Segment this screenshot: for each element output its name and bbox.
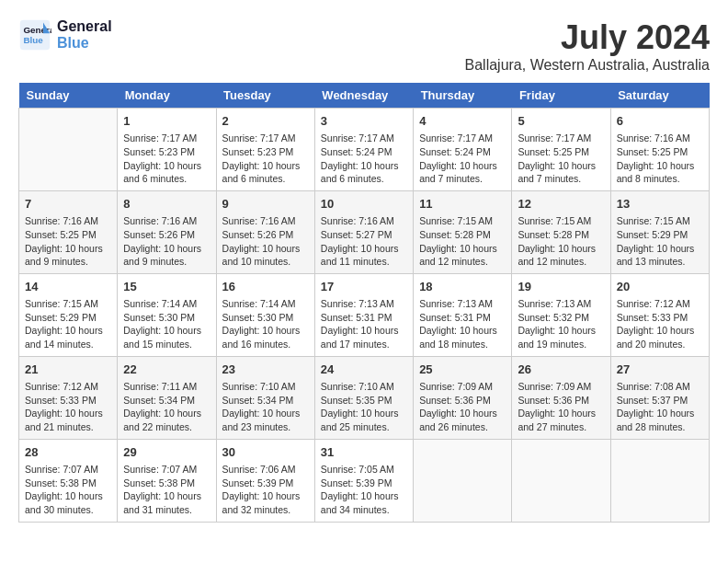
calendar-cell: 16Sunrise: 7:14 AM Sunset: 5:30 PM Dayli… — [216, 273, 314, 356]
day-number: 21 — [25, 362, 111, 378]
day-info: Sunrise: 7:07 AM Sunset: 5:38 PM Dayligh… — [25, 463, 111, 517]
weekday-header: Tuesday — [216, 83, 314, 109]
day-number: 2 — [222, 113, 309, 130]
calendar-cell: 3Sunrise: 7:17 AM Sunset: 5:24 PM Daylig… — [314, 109, 413, 191]
calendar-cell: 20Sunrise: 7:12 AM Sunset: 5:33 PM Dayli… — [610, 273, 709, 356]
calendar-cell: 31Sunrise: 7:05 AM Sunset: 5:39 PM Dayli… — [314, 439, 413, 522]
calendar-cell: 9Sunrise: 7:16 AM Sunset: 5:26 PM Daylig… — [216, 190, 314, 273]
day-number: 12 — [518, 196, 604, 213]
day-number: 29 — [123, 444, 210, 461]
day-number: 22 — [123, 362, 210, 378]
calendar-cell: 23Sunrise: 7:10 AM Sunset: 5:34 PM Dayli… — [216, 356, 314, 439]
day-number: 14 — [25, 279, 111, 295]
day-number: 7 — [25, 196, 111, 213]
calendar-week-row: 7Sunrise: 7:16 AM Sunset: 5:25 PM Daylig… — [19, 190, 710, 273]
day-number: 6 — [617, 113, 703, 130]
svg-text:Blue: Blue — [23, 35, 43, 45]
day-info: Sunrise: 7:06 AM Sunset: 5:39 PM Dayligh… — [222, 463, 309, 517]
calendar-cell: 7Sunrise: 7:16 AM Sunset: 5:25 PM Daylig… — [19, 190, 118, 273]
calendar-cell — [414, 439, 512, 522]
day-info: Sunrise: 7:15 AM Sunset: 5:29 PM Dayligh… — [25, 297, 111, 351]
weekday-header: Monday — [118, 83, 216, 109]
day-number: 17 — [321, 279, 407, 295]
logo: General Blue General Blue — [18, 18, 112, 52]
calendar-cell: 25Sunrise: 7:09 AM Sunset: 5:36 PM Dayli… — [414, 356, 512, 439]
day-info: Sunrise: 7:17 AM Sunset: 5:23 PM Dayligh… — [123, 132, 210, 186]
calendar-cell: 10Sunrise: 7:16 AM Sunset: 5:27 PM Dayli… — [314, 190, 413, 273]
weekday-header: Thursday — [414, 83, 512, 109]
calendar-cell: 8Sunrise: 7:16 AM Sunset: 5:26 PM Daylig… — [118, 190, 216, 273]
calendar-cell: 21Sunrise: 7:12 AM Sunset: 5:33 PM Dayli… — [19, 356, 118, 439]
calendar-week-row: 14Sunrise: 7:15 AM Sunset: 5:29 PM Dayli… — [19, 273, 710, 356]
day-number: 1 — [123, 113, 210, 130]
day-info: Sunrise: 7:13 AM Sunset: 5:31 PM Dayligh… — [419, 297, 506, 351]
day-number: 8 — [123, 196, 210, 213]
calendar-cell: 26Sunrise: 7:09 AM Sunset: 5:36 PM Dayli… — [512, 356, 610, 439]
day-info: Sunrise: 7:12 AM Sunset: 5:33 PM Dayligh… — [25, 380, 111, 434]
day-number: 16 — [222, 279, 309, 295]
weekday-header-row: SundayMondayTuesdayWednesdayThursdayFrid… — [19, 83, 710, 109]
day-number: 18 — [419, 279, 506, 295]
calendar-cell: 19Sunrise: 7:13 AM Sunset: 5:32 PM Dayli… — [512, 273, 610, 356]
day-info: Sunrise: 7:13 AM Sunset: 5:31 PM Dayligh… — [321, 297, 407, 351]
month-title: July 2024 — [465, 18, 711, 57]
day-info: Sunrise: 7:10 AM Sunset: 5:34 PM Dayligh… — [222, 380, 309, 434]
logo-icon: General Blue — [18, 18, 51, 52]
calendar-cell: 2Sunrise: 7:17 AM Sunset: 5:23 PM Daylig… — [216, 109, 314, 191]
calendar-cell: 30Sunrise: 7:06 AM Sunset: 5:39 PM Dayli… — [216, 439, 314, 522]
location-subtitle: Ballajura, Western Australia, Australia — [465, 57, 711, 74]
day-info: Sunrise: 7:05 AM Sunset: 5:39 PM Dayligh… — [321, 463, 407, 517]
day-info: Sunrise: 7:15 AM Sunset: 5:28 PM Dayligh… — [518, 214, 604, 269]
calendar-cell: 17Sunrise: 7:13 AM Sunset: 5:31 PM Dayli… — [314, 273, 413, 356]
day-info: Sunrise: 7:10 AM Sunset: 5:35 PM Dayligh… — [321, 380, 407, 434]
day-number: 3 — [321, 113, 407, 130]
day-number: 13 — [617, 196, 703, 213]
day-info: Sunrise: 7:16 AM Sunset: 5:26 PM Dayligh… — [222, 214, 309, 269]
weekday-header: Sunday — [19, 83, 118, 109]
calendar-cell: 28Sunrise: 7:07 AM Sunset: 5:38 PM Dayli… — [19, 439, 118, 522]
weekday-header: Wednesday — [314, 83, 413, 109]
calendar-cell: 24Sunrise: 7:10 AM Sunset: 5:35 PM Dayli… — [314, 356, 413, 439]
calendar-cell: 15Sunrise: 7:14 AM Sunset: 5:30 PM Dayli… — [118, 273, 216, 356]
calendar-cell — [512, 439, 610, 522]
day-number: 25 — [419, 362, 506, 378]
day-number: 11 — [419, 196, 506, 213]
day-number: 30 — [222, 444, 309, 461]
day-info: Sunrise: 7:17 AM Sunset: 5:23 PM Dayligh… — [222, 132, 309, 186]
day-info: Sunrise: 7:14 AM Sunset: 5:30 PM Dayligh… — [123, 297, 210, 351]
day-info: Sunrise: 7:13 AM Sunset: 5:32 PM Dayligh… — [518, 297, 604, 351]
day-number: 4 — [419, 113, 506, 130]
day-number: 26 — [518, 362, 604, 378]
calendar-week-row: 1Sunrise: 7:17 AM Sunset: 5:23 PM Daylig… — [19, 109, 710, 191]
title-area: July 2024 Ballajura, Western Australia, … — [465, 18, 711, 74]
calendar-week-row: 28Sunrise: 7:07 AM Sunset: 5:38 PM Dayli… — [19, 439, 710, 522]
day-info: Sunrise: 7:12 AM Sunset: 5:33 PM Dayligh… — [617, 297, 703, 351]
day-number: 31 — [321, 444, 407, 461]
day-number: 5 — [518, 113, 604, 130]
weekday-header: Friday — [512, 83, 610, 109]
day-info: Sunrise: 7:07 AM Sunset: 5:38 PM Dayligh… — [123, 463, 210, 517]
day-info: Sunrise: 7:14 AM Sunset: 5:30 PM Dayligh… — [222, 297, 309, 351]
calendar-cell — [19, 109, 118, 191]
day-number: 15 — [123, 279, 210, 295]
calendar-cell: 29Sunrise: 7:07 AM Sunset: 5:38 PM Dayli… — [118, 439, 216, 522]
day-number: 9 — [222, 196, 309, 213]
day-number: 20 — [617, 279, 703, 295]
page-header: General Blue General Blue July 2024 Ball… — [18, 18, 710, 74]
logo-line1: General — [57, 18, 112, 35]
day-number: 23 — [222, 362, 309, 378]
calendar-cell: 11Sunrise: 7:15 AM Sunset: 5:28 PM Dayli… — [414, 190, 512, 273]
calendar-cell: 27Sunrise: 7:08 AM Sunset: 5:37 PM Dayli… — [610, 356, 709, 439]
calendar-cell: 1Sunrise: 7:17 AM Sunset: 5:23 PM Daylig… — [118, 109, 216, 191]
day-info: Sunrise: 7:17 AM Sunset: 5:25 PM Dayligh… — [518, 132, 604, 186]
logo-line2: Blue — [57, 35, 112, 52]
calendar-cell: 18Sunrise: 7:13 AM Sunset: 5:31 PM Dayli… — [414, 273, 512, 356]
day-info: Sunrise: 7:15 AM Sunset: 5:28 PM Dayligh… — [419, 214, 506, 269]
weekday-header: Saturday — [610, 83, 709, 109]
day-info: Sunrise: 7:15 AM Sunset: 5:29 PM Dayligh… — [617, 214, 703, 269]
calendar-table: SundayMondayTuesdayWednesdayThursdayFrid… — [18, 83, 710, 523]
calendar-cell — [610, 439, 709, 522]
calendar-cell: 6Sunrise: 7:16 AM Sunset: 5:25 PM Daylig… — [610, 109, 709, 191]
day-info: Sunrise: 7:08 AM Sunset: 5:37 PM Dayligh… — [617, 380, 703, 434]
calendar-cell: 4Sunrise: 7:17 AM Sunset: 5:24 PM Daylig… — [414, 109, 512, 191]
